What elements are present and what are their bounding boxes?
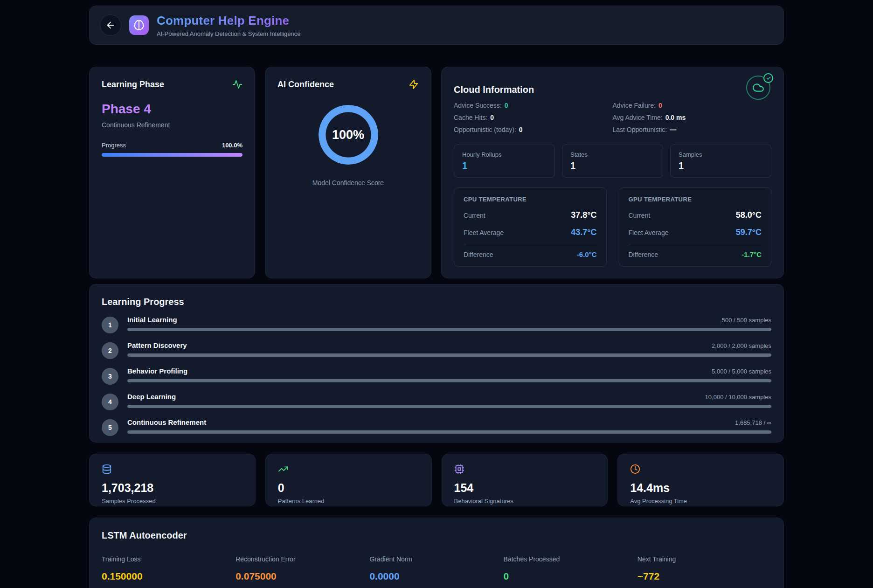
check-circle-icon bbox=[763, 73, 773, 83]
avg-processing-time-card: 14.4ms Avg Processing Time bbox=[617, 454, 784, 506]
stage-deep-learning: 4 Deep Learning 10,000 / 10,000 samples bbox=[102, 393, 771, 410]
stage-number: 3 bbox=[102, 368, 118, 385]
metric-next-training: Next Training ~772 Samples (approx) bbox=[637, 555, 771, 588]
confidence-caption: Model Confidence Score bbox=[277, 179, 419, 187]
samples-processed-card: 1,703,218 Samples Processed bbox=[89, 454, 256, 506]
stage-number: 5 bbox=[102, 419, 118, 436]
header: Computer Help Engine AI-Powered Anomaly … bbox=[89, 6, 784, 45]
phase-progress-fill bbox=[102, 153, 242, 157]
cloud-info-card: Cloud Information Advice Success:0 Advic… bbox=[441, 67, 784, 278]
database-icon bbox=[102, 464, 112, 474]
arrow-left-icon bbox=[105, 20, 116, 30]
metric-training-loss: Training Loss 0.150000 MSE Loss bbox=[102, 555, 236, 588]
behavioral-signatures-card: 154 Behavioral Signatures bbox=[442, 454, 608, 506]
trending-up-icon bbox=[278, 464, 288, 474]
back-button[interactable] bbox=[100, 14, 121, 36]
patterns-learned-card: 0 Patterns Learned bbox=[265, 454, 432, 506]
dashboard-page: Computer Help Engine AI-Powered Anomaly … bbox=[89, 0, 784, 588]
stage-behavior-profiling: 3 Behavior Profiling 5,000 / 5,000 sampl… bbox=[102, 367, 771, 385]
stat-opportunistic-today: Opportunistic (today):0 bbox=[454, 126, 613, 133]
progress-value: 100.0% bbox=[222, 142, 242, 149]
page-subtitle: AI-Powered Anomaly Detection & System In… bbox=[157, 30, 301, 37]
stage-number: 2 bbox=[102, 342, 118, 359]
stat-advice-success: Advice Success:0 bbox=[454, 102, 613, 109]
clock-icon bbox=[630, 464, 640, 474]
stat-avg-advice-time: Avg Advice Time:0.0 ms bbox=[613, 114, 772, 121]
cloud-info-title: Cloud Information bbox=[454, 84, 534, 95]
stat-advice-failure: Advice Failure:0 bbox=[613, 102, 772, 109]
stage-number: 4 bbox=[102, 394, 118, 410]
lstm-title: LSTM Autoencoder bbox=[102, 530, 771, 541]
learning-progress-card: Learning Progress 1 Initial Learning 500… bbox=[89, 284, 784, 443]
stage-pattern-discovery: 2 Pattern Discovery 2,000 / 2,000 sample… bbox=[102, 341, 771, 359]
ai-confidence-title: AI Confidence bbox=[277, 80, 334, 90]
activity-icon bbox=[232, 79, 242, 90]
ai-confidence-card: AI Confidence 100% Model Confidence Scor… bbox=[265, 67, 431, 278]
learning-progress-title: Learning Progress bbox=[102, 297, 771, 307]
confidence-gauge: 100% bbox=[319, 105, 378, 165]
metric-gradient-norm: Gradient Norm 0.0000 Backprop Health bbox=[369, 555, 503, 588]
phase-progress-bar bbox=[102, 153, 242, 157]
cloud-status-badge bbox=[746, 76, 771, 101]
cpu-icon bbox=[454, 464, 464, 474]
gpu-temperature-box: GPU TEMPERATURE Current58.0°C Fleet Aver… bbox=[619, 187, 772, 267]
states-box: States 1 bbox=[562, 145, 663, 178]
stat-cache-hits: Cache Hits:0 bbox=[454, 114, 613, 121]
page-title: Computer Help Engine bbox=[157, 14, 301, 28]
learning-phase-title: Learning Phase bbox=[102, 80, 164, 90]
stage-number: 1 bbox=[102, 317, 118, 333]
zap-icon bbox=[409, 79, 419, 90]
stage-continuous-refinement: 5 Continuous Refinement 1,685,718 / ∞ bbox=[102, 418, 771, 436]
phase-value: Phase 4 bbox=[102, 102, 242, 117]
learning-phase-card: Learning Phase Phase 4 Continuous Refine… bbox=[89, 67, 255, 278]
confidence-value: 100% bbox=[319, 105, 378, 165]
brain-icon bbox=[133, 20, 145, 31]
metric-batches-processed: Batches Processed 0 Total Batches bbox=[504, 555, 637, 588]
phase-name: Continuous Refinement bbox=[102, 121, 242, 129]
metric-reconstruction-error: Reconstruction Error 0.075000 Avg Error bbox=[236, 555, 369, 588]
stat-last-opportunistic: Last Opportunistic:— bbox=[613, 126, 772, 133]
stage-initial-learning: 1 Initial Learning 500 / 500 samples bbox=[102, 316, 771, 333]
cpu-temperature-box: CPU TEMPERATURE Current37.8°C Fleet Aver… bbox=[454, 187, 607, 267]
samples-box: Samples 1 bbox=[670, 145, 771, 178]
cloud-icon bbox=[752, 82, 764, 94]
progress-label: Progress bbox=[102, 142, 126, 149]
lstm-autoencoder-card: LSTM Autoencoder Training Loss 0.150000 … bbox=[89, 518, 784, 588]
app-logo bbox=[129, 15, 149, 35]
hourly-rollups-box: Hourly Rollups 1 bbox=[454, 145, 555, 178]
